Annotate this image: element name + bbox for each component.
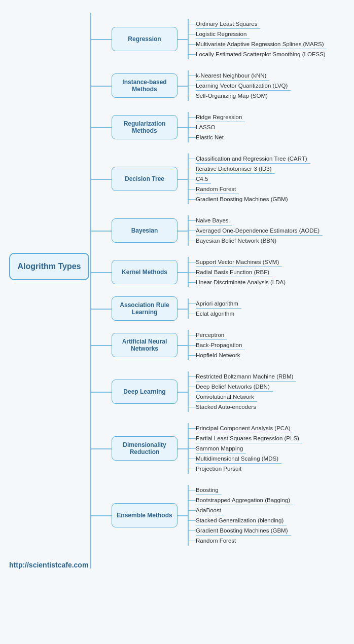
section-association: Association Rule LearningApriori algorit… bbox=[0, 295, 354, 322]
url-text: http://scientistcafe.com bbox=[9, 561, 88, 569]
item-tick bbox=[188, 34, 196, 34]
cat-box-dim-reduction: Dimensionality Reduction bbox=[112, 436, 178, 461]
cat-box-kernel: Kernel Methods bbox=[112, 260, 178, 284]
item-text: Stacked Generalization (blending) bbox=[196, 515, 287, 525]
item-text: LASSO bbox=[196, 122, 218, 132]
item-tick bbox=[188, 272, 196, 273]
item-tick bbox=[188, 117, 196, 118]
item-tick bbox=[188, 448, 196, 449]
cat-to-items-line-kernel bbox=[178, 272, 188, 273]
section-deep-learning: Deep LearningRestricted Boltzmann Machin… bbox=[0, 368, 354, 415]
branch-line-kernel bbox=[90, 272, 112, 273]
cat-to-items-line-ann bbox=[178, 345, 188, 346]
item-tick bbox=[188, 241, 196, 241]
cat-box-instance-based: Instance-based Methods bbox=[112, 73, 178, 98]
section-regression: RegressionOrdinary Least SquaresLogistic… bbox=[0, 15, 354, 63]
section-regularization: Regularization MethodsRidge RegressionLA… bbox=[0, 108, 354, 146]
item-tick bbox=[188, 137, 196, 138]
branch-line-decision-tree bbox=[90, 179, 112, 180]
cat-box-regularization: Regularization Methods bbox=[112, 115, 178, 139]
item-text: Restricted Boltzmann Machine (RBM) bbox=[196, 371, 296, 382]
item-text: AdaBoost bbox=[196, 505, 224, 515]
item-tick bbox=[188, 355, 196, 356]
item-tick bbox=[188, 231, 196, 231]
item-text: Perceptron bbox=[196, 330, 227, 340]
item-text: Elastic Net bbox=[196, 132, 227, 142]
item-text: Multidimensional Scaling (MDS) bbox=[196, 453, 281, 464]
item-text: Eclat algorithm bbox=[196, 309, 237, 319]
cat-to-items-line-regression bbox=[178, 39, 188, 40]
item-text: Convolutional Network bbox=[196, 392, 257, 402]
item-text: C4.5 bbox=[196, 174, 211, 184]
item-tick bbox=[188, 438, 196, 439]
item-tick bbox=[188, 86, 196, 86]
item-text: Hopfield Network bbox=[196, 350, 243, 360]
item-tick bbox=[188, 387, 196, 387]
items-vbar-regression bbox=[188, 19, 189, 59]
item-tick bbox=[188, 469, 196, 469]
branch-line-association bbox=[90, 309, 112, 310]
item-text: Locally Estimated Scatterplot Smoothing … bbox=[196, 49, 329, 59]
item-tick bbox=[188, 24, 196, 24]
cat-box-decision-tree: Decision Tree bbox=[112, 167, 178, 191]
item-text: Naive Bayes bbox=[196, 215, 232, 225]
item-text: Ridge Regression bbox=[196, 112, 245, 122]
item-text: Stacked Auto-encoders bbox=[196, 402, 259, 412]
item-tick bbox=[188, 179, 196, 179]
section-dim-reduction: Dimensionality ReductionPrincipal Compon… bbox=[0, 420, 354, 477]
item-text: k-Nearest Neighbour (kNN) bbox=[196, 70, 269, 81]
item-tick bbox=[188, 407, 196, 407]
cat-box-regression: Regression bbox=[112, 27, 178, 51]
cat-to-items-line-regularization bbox=[178, 127, 188, 128]
item-text: Random Forest bbox=[196, 536, 239, 546]
item-text: Projection Pursuit bbox=[196, 464, 244, 474]
section-decision-tree: Decision TreeClassification and Regressi… bbox=[0, 150, 354, 208]
item-text: Random Forest bbox=[196, 184, 239, 194]
cat-to-items-line-decision-tree bbox=[178, 179, 188, 180]
section-ensemble: Ensemble MethodsBoostingBootstrapped Agg… bbox=[0, 481, 354, 549]
item-text: Linear Discriminate Analysis (LDA) bbox=[196, 277, 289, 287]
item-text: Bayesian Belief Network (BBN) bbox=[196, 236, 279, 246]
item-tick bbox=[188, 376, 196, 377]
items-vbar-ensemble bbox=[188, 485, 189, 546]
item-tick bbox=[188, 345, 196, 346]
item-tick bbox=[188, 54, 196, 55]
cat-to-items-line-bayesian bbox=[178, 231, 188, 232]
root-label: Alogrithm Types bbox=[17, 262, 81, 271]
cat-box-ann: Artificial Neural Networks bbox=[112, 333, 178, 357]
item-tick bbox=[188, 531, 196, 531]
item-tick bbox=[188, 189, 196, 190]
item-text: Sammon Mapping bbox=[196, 443, 246, 453]
item-text: Boosting bbox=[196, 485, 222, 495]
cat-to-items-line-dim-reduction bbox=[178, 448, 188, 449]
branch-line-deep-learning bbox=[90, 392, 112, 393]
item-tick bbox=[188, 75, 196, 76]
item-text: Learning Vector Quantization (LVQ) bbox=[196, 81, 291, 91]
item-tick bbox=[188, 314, 196, 314]
branch-line-regression bbox=[90, 39, 112, 40]
item-text: Self-Organizing Map (SOM) bbox=[196, 91, 271, 101]
branch-line-ensemble bbox=[90, 515, 112, 516]
item-tick bbox=[188, 510, 196, 511]
item-text: Gradient Boosting Machines (GBM) bbox=[196, 525, 291, 536]
item-tick bbox=[188, 282, 196, 283]
item-text: Multivariate Adaptive Regression Splines… bbox=[196, 39, 327, 49]
item-text: Radial Basis Function (RBF) bbox=[196, 267, 272, 277]
item-text: Back-Propagation bbox=[196, 340, 245, 350]
cat-to-items-line-association bbox=[178, 309, 188, 310]
item-text: Iterative Dichotomiser 3 (ID3) bbox=[196, 164, 275, 174]
branch-line-dim-reduction bbox=[90, 448, 112, 449]
cat-box-bayesian: Bayesian bbox=[112, 218, 178, 243]
branch-line-ann bbox=[90, 345, 112, 346]
item-text: Classification and Regression Tree (CART… bbox=[196, 154, 310, 164]
item-text: Averaged One-Dependence Estimators (AODE… bbox=[196, 225, 323, 236]
item-tick bbox=[188, 500, 196, 501]
items-vbar-association bbox=[188, 298, 189, 319]
item-text: Partial Least Squares Regression (PLS) bbox=[196, 433, 302, 443]
item-text: Support Vector Machines (SVM) bbox=[196, 257, 282, 267]
item-text: Apriori algorithm bbox=[196, 298, 241, 309]
cat-to-items-line-instance-based bbox=[178, 86, 188, 87]
section-ann: Artificial Neural NetworksPerceptronBack… bbox=[0, 326, 354, 364]
cat-box-ensemble: Ensemble Methods bbox=[112, 503, 178, 527]
item-tick bbox=[188, 428, 196, 429]
